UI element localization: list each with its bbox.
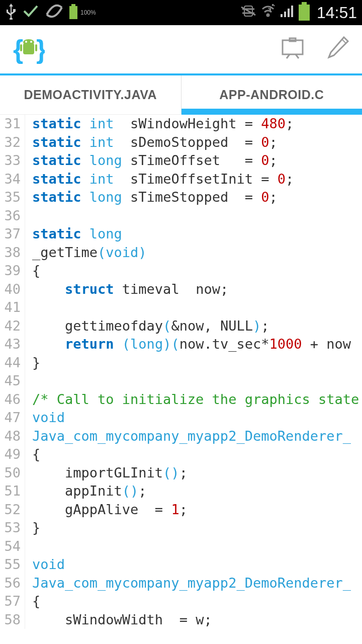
battery-small-icon — [69, 6, 77, 19]
svg-rect-9 — [283, 40, 303, 54]
check-icon — [22, 2, 39, 23]
board-icon[interactable] — [280, 37, 306, 61]
status-bar: 100% 14:51 — [0, 0, 362, 25]
svg-point-5 — [30, 41, 32, 43]
battery-percent: 100% — [80, 9, 96, 16]
code-editor[interactable]: 31 32 33 34 35 36 37 38 39 40 41 42 43 4… — [0, 115, 362, 629]
vibrate-icon — [240, 4, 256, 22]
svg-rect-3 — [23, 39, 34, 45]
usb-icon — [5, 3, 17, 23]
sync-icon — [44, 4, 64, 22]
line-number-gutter: 31 32 33 34 35 36 37 38 39 40 41 42 43 4… — [0, 115, 25, 629]
clock: 14:51 — [317, 4, 357, 22]
wifi-icon — [260, 4, 276, 22]
tab-bar: DEMOACTIVITY.JAVA APP-ANDROID.C — [0, 75, 362, 115]
tab-app-android[interactable]: APP-ANDROID.C — [182, 75, 363, 114]
svg-point-4 — [25, 41, 27, 43]
code-content[interactable]: static int sWindowHeight = 480; static i… — [25, 115, 359, 629]
tab-demoactivity[interactable]: DEMOACTIVITY.JAVA — [0, 75, 182, 114]
svg-text:}: } — [36, 35, 45, 64]
app-header: { } — [0, 25, 362, 75]
svg-rect-6 — [20, 44, 22, 51]
app-logo-icon[interactable]: { } — [12, 34, 45, 64]
pencil-icon[interactable] — [326, 35, 350, 63]
tab-label: DEMOACTIVITY.JAVA — [24, 88, 157, 102]
battery-full-icon — [299, 5, 310, 21]
tab-label: APP-ANDROID.C — [219, 88, 324, 102]
signal-icon — [280, 4, 295, 22]
